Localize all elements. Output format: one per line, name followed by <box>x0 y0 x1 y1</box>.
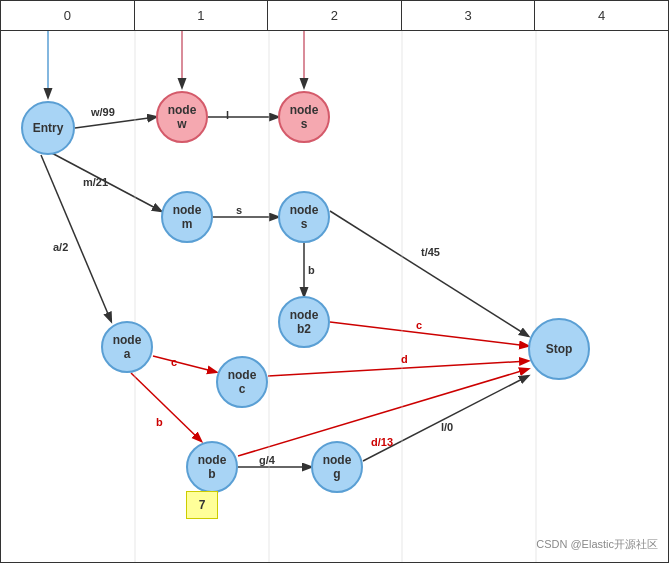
label-a2: a/2 <box>53 241 68 253</box>
label-c-a: c <box>171 356 177 368</box>
label-s: s <box>236 204 242 216</box>
label-w99: w/99 <box>91 106 115 118</box>
graph-canvas: 0 1 2 3 4 <box>0 0 669 563</box>
svg-line-10 <box>131 373 201 441</box>
label-d13: d/13 <box>371 436 393 448</box>
label-l0: l/0 <box>441 421 453 433</box>
svg-line-12 <box>363 376 528 461</box>
node-stop: Stop <box>528 318 590 380</box>
svg-line-7 <box>330 322 528 346</box>
col-header-1: 1 <box>135 1 269 30</box>
col-header-2: 2 <box>268 1 402 30</box>
label-d-c: d <box>401 353 408 365</box>
label-l: l <box>226 109 229 121</box>
node-a: nodea <box>101 321 153 373</box>
watermark: CSDN @Elastic开源社区 <box>536 537 658 552</box>
node-b: nodeb <box>186 441 238 493</box>
label-b-a: b <box>156 416 163 428</box>
svg-line-9 <box>268 361 528 376</box>
svg-line-0 <box>75 117 156 128</box>
svg-line-8 <box>153 356 216 372</box>
label-g4: g/4 <box>259 454 275 466</box>
node-c: nodec <box>216 356 268 408</box>
node-s2: nodes <box>278 191 330 243</box>
node-b2: nodeb2 <box>278 296 330 348</box>
col-header-3: 3 <box>402 1 536 30</box>
node-g: nodeg <box>311 441 363 493</box>
col-header-4: 4 <box>535 1 668 30</box>
node-s1: nodes <box>278 91 330 143</box>
label-t45: t/45 <box>421 246 440 258</box>
column-headers: 0 1 2 3 4 <box>1 1 668 31</box>
col-header-0: 0 <box>1 1 135 30</box>
node-entry: Entry <box>21 101 75 155</box>
label-c-b2: c <box>416 319 422 331</box>
label-m21: m/21 <box>83 176 108 188</box>
svg-line-6 <box>330 211 528 336</box>
sticky-note: 7 <box>186 491 218 519</box>
label-b: b <box>308 264 315 276</box>
node-m: nodem <box>161 191 213 243</box>
node-w: nodew <box>156 91 208 143</box>
